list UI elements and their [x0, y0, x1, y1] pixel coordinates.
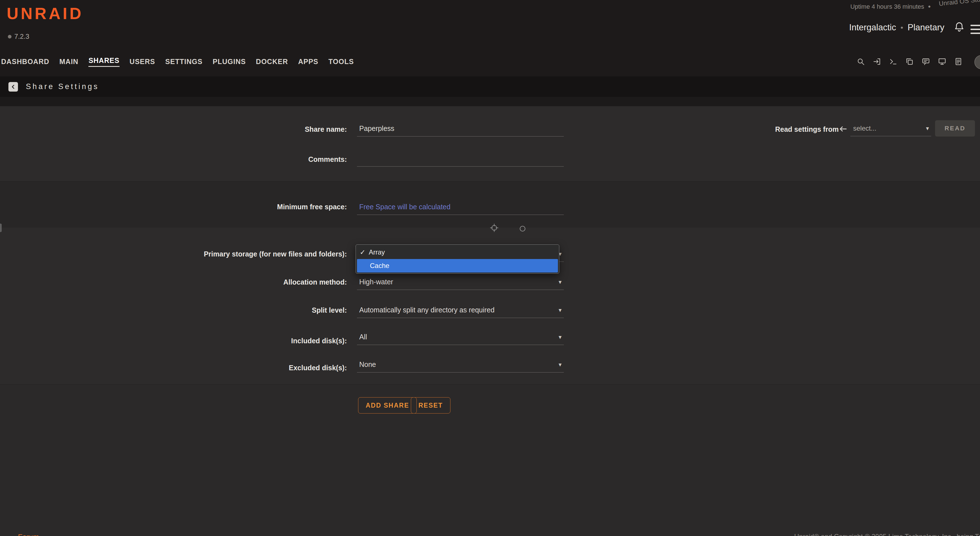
version-label: 7.2.3 — [8, 33, 29, 40]
dropdown-option-array[interactable]: ✓ Array — [356, 246, 559, 259]
min-free-space-label: Minimum free space: — [0, 203, 347, 211]
allocation-method-select[interactable]: High-water ▾ — [357, 274, 564, 290]
allocation-method-value: High-water — [359, 278, 393, 286]
primary-storage-label: Primary storage (for new files and folde… — [0, 250, 347, 258]
circle-cursor-icon — [520, 226, 525, 231]
chat-icon[interactable] — [922, 57, 930, 66]
min-free-space-input[interactable] — [357, 199, 564, 215]
uptime-info: Uptime 4 hours 36 minutes • — [850, 2, 931, 11]
comments-label: Comments: — [0, 155, 347, 163]
main-nav: DASHBOARD MAIN SHARES USERS SETTINGS PLU… — [0, 53, 359, 70]
included-disks-select[interactable]: All ▾ — [357, 329, 564, 345]
read-settings-select-value: select... — [853, 124, 877, 132]
unraid-share-settings-page: UNRAID 7.2.3 Uptime 4 hours 36 minutes •… — [0, 0, 980, 536]
footer-link[interactable]: Forum — [18, 533, 39, 536]
nav-item-dashboard[interactable]: DASHBOARD — [0, 53, 54, 70]
server-name: Intergalactic — [849, 22, 896, 33]
nav-item-apps[interactable]: APPS — [293, 53, 323, 70]
separator-dot: • — [900, 23, 903, 32]
read-settings-select[interactable]: select... ▾ — [850, 121, 931, 136]
nav-item-users[interactable]: USERS — [125, 53, 160, 70]
header-toolbar — [856, 53, 963, 70]
content-band — [0, 106, 980, 181]
os-banner-label: Unraid OS Stor — [939, 0, 980, 8]
search-icon[interactable] — [856, 57, 865, 66]
unraid-logo[interactable]: UNRAID — [7, 4, 84, 23]
dropdown-arrow-icon: ▾ — [558, 361, 562, 368]
included-disks-label: Included disk(s): — [0, 337, 347, 345]
dropdown-option-cache[interactable]: Cache — [357, 259, 558, 273]
dropdown-option-label: Cache — [370, 262, 389, 270]
version-number: 7.2.3 — [14, 33, 29, 40]
nav-item-docker[interactable]: DOCKER — [251, 53, 293, 70]
primary-storage-dropdown: ✓ Array Cache — [356, 244, 559, 274]
dropdown-arrow-icon: ▾ — [558, 279, 562, 286]
nav-item-main[interactable]: MAIN — [54, 53, 84, 70]
share-name-field — [357, 121, 564, 137]
add-share-button[interactable]: ADD SHARE — [358, 397, 417, 413]
dropdown-arrow-icon: ▾ — [558, 307, 562, 314]
excluded-disks-value: None — [359, 361, 376, 368]
server-identity: Intergalactic • Planetary — [849, 22, 944, 33]
nav-item-shares[interactable]: SHARES — [83, 53, 124, 70]
copy-icon[interactable] — [905, 57, 914, 66]
included-disks-value: All — [359, 333, 367, 341]
dropdown-option-label: Array — [369, 248, 385, 256]
page-title-bar: Share Settings — [0, 77, 980, 97]
allocation-method-label: Allocation method: — [0, 278, 347, 286]
footer-copyright: Unraid® and Copyright © 2005 Lime Techno… — [794, 533, 980, 536]
nav-item-settings[interactable]: SETTINGS — [160, 53, 208, 70]
uptime-label: Uptime 4 hours 36 minutes — [850, 3, 924, 10]
excluded-disks-select[interactable]: None ▾ — [357, 357, 564, 373]
version-dot-icon — [8, 35, 11, 38]
title-bar-spacer — [0, 97, 980, 106]
page-title: Share Settings — [26, 82, 99, 91]
min-free-space-field — [357, 199, 564, 215]
dropdown-arrow-icon: ▾ — [558, 334, 562, 340]
left-edge-handle — [0, 223, 2, 232]
read-button[interactable]: READ — [935, 120, 975, 137]
back-icon[interactable] — [8, 82, 18, 92]
split-level-value: Automatically split any directory as req… — [359, 306, 495, 314]
content-band — [0, 384, 980, 536]
hamburger-menu-icon[interactable] — [970, 25, 980, 37]
server-tagline: Planetary — [908, 22, 944, 33]
nav-item-tools[interactable]: TOOLS — [323, 53, 359, 70]
comments-field — [357, 151, 564, 167]
bell-icon[interactable] — [954, 21, 965, 33]
read-settings-label: Read settings from — [775, 125, 838, 134]
separator-dot: • — [928, 2, 931, 11]
split-level-select[interactable]: Automatically split any directory as req… — [357, 302, 564, 318]
sign-out-icon[interactable] — [873, 57, 881, 66]
log-icon[interactable] — [954, 57, 963, 66]
dropdown-arrow-icon: ▾ — [926, 125, 929, 132]
terminal-icon[interactable] — [889, 57, 897, 66]
split-level-label: Split level: — [0, 306, 347, 314]
monitor-icon[interactable] — [938, 57, 946, 66]
comments-input[interactable] — [357, 151, 564, 166]
crosshair-cursor-icon — [490, 223, 498, 232]
nav-item-plugins[interactable]: PLUGINS — [208, 53, 251, 70]
reset-button[interactable]: RESET — [411, 397, 450, 413]
share-name-input[interactable] — [357, 121, 564, 136]
arrow-left-icon — [838, 125, 848, 133]
checkmark-icon: ✓ — [360, 248, 366, 256]
excluded-disks-label: Excluded disk(s): — [0, 364, 347, 372]
share-name-label: Share name: — [0, 125, 347, 134]
